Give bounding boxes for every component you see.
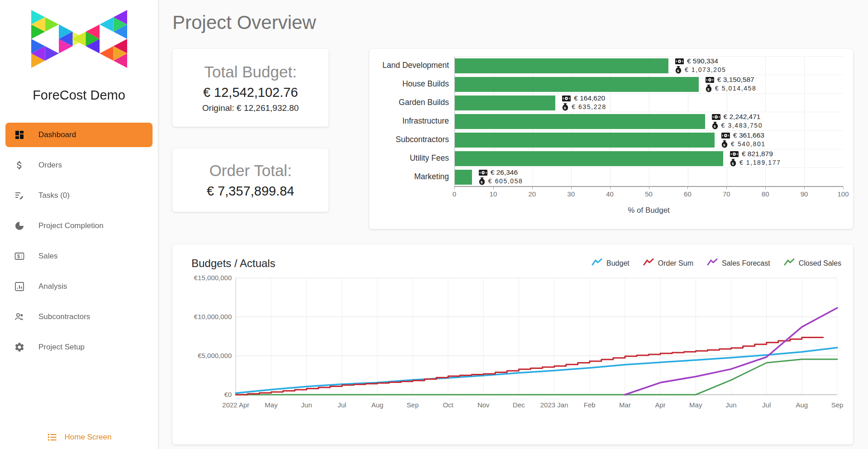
bar-value-text: € 540,801: [731, 140, 766, 148]
bar-value-text: € 590,334: [687, 57, 718, 65]
bar-category-label: Marketing: [377, 172, 454, 182]
banknote-icon: [721, 133, 730, 139]
sidebar-item-label: Sales: [38, 252, 58, 261]
sidebar-item-label: Tasks (0): [38, 191, 70, 200]
budget-line: [236, 348, 837, 393]
legend-item-order-sum[interactable]: Order Sum: [643, 258, 693, 268]
bar-row: Infrastructure€ 2,242,471$€ 3,483,750: [377, 112, 843, 130]
x-tick-label: Feb: [584, 401, 596, 409]
y-tick-label: €0: [224, 391, 232, 398]
moneybag-icon: $: [712, 122, 718, 129]
sidebar-item-label: Project Completion: [38, 221, 104, 230]
legend-item-sales-forecast[interactable]: Sales Forecast: [707, 258, 770, 268]
sidebar-item-label: Analysis: [38, 282, 67, 291]
tasks-list-edit-icon: [14, 190, 25, 201]
x-tick-label: Dec: [513, 401, 525, 409]
bar-category-label: Land Development: [377, 61, 454, 70]
legend-item-closed-sales[interactable]: Closed Sales: [784, 258, 841, 268]
bar-order-sum-value: € 361,663: [721, 131, 766, 139]
sidebar-item-dashboard[interactable]: Dashboard: [5, 123, 153, 147]
bar-value-labels: € 590,334$€ 1,073,205: [672, 57, 730, 75]
order-total-card: Order Total: € 7,357,899.84: [172, 148, 329, 212]
home-screen-link[interactable]: Home Screen: [0, 432, 158, 443]
svg-text:$: $: [17, 253, 20, 259]
sidebar-item-project-completion[interactable]: Project Completion: [5, 214, 153, 238]
x-axis-tick-mark: [493, 187, 494, 189]
bar-budget-value: $€ 1,189,177: [730, 158, 781, 167]
x-tick-label: May: [689, 401, 702, 409]
sidebar-item-analysis[interactable]: Analysis: [5, 274, 153, 299]
x-tick-label: Sep: [831, 401, 844, 409]
x-axis-tick-mark: [843, 187, 844, 189]
legend-label: Budget: [606, 259, 630, 267]
bar-budget-value: $€ 1,073,205: [675, 66, 726, 74]
line-chart-legend: BudgetOrder SumSales ForecastClosed Sale…: [591, 258, 841, 268]
bar-chart-icon: [14, 281, 25, 292]
bar-value-text: € 635,228: [572, 103, 606, 110]
sidebar-item-subcontractors[interactable]: Subcontractors: [5, 305, 153, 329]
x-tick-label: Jun: [725, 401, 736, 409]
x-axis-tick-label: 80: [762, 190, 769, 198]
sales-receipt-icon: $: [14, 251, 25, 262]
stat-cards-column: Total Budget: € 12,542,102.76 Original: …: [172, 49, 329, 212]
bar-budget-value: $€ 605,058: [479, 177, 523, 185]
bar-x-axis: 0102030405060708090100: [454, 186, 843, 201]
bar-row: Utility Fees€ 821,879$€ 1,189,177: [377, 149, 843, 167]
main-content: Project Overview Total Budget: € 12,542,…: [159, 0, 868, 444]
banknote-icon: [712, 114, 720, 120]
bar-budget-value: $€ 5,014,458: [706, 84, 757, 92]
bar-track: € 821,879$€ 1,189,177: [454, 149, 843, 167]
sidebar-item-orders[interactable]: Orders: [5, 153, 153, 177]
gear-icon: [14, 342, 25, 353]
x-axis-tick-mark: [726, 187, 727, 189]
x-axis-tick-label: 50: [645, 190, 653, 198]
x-tick-label: Jul: [338, 401, 346, 409]
total-budget-card: Total Budget: € 12,542,102.76 Original: …: [172, 49, 329, 127]
x-axis-tick-mark: [532, 187, 533, 189]
bar-order-sum-value: € 2,242,471: [712, 113, 763, 121]
bar-value-text: € 164,620: [574, 94, 605, 102]
bar-track: € 2,242,471$€ 3,483,750: [454, 112, 843, 130]
bar-garden-builds: [455, 96, 555, 110]
bar-value-labels: € 164,620$€ 635,228: [559, 94, 610, 112]
x-tick-label: Nov: [477, 401, 490, 409]
bar-budget-value: $€ 3,483,750: [712, 121, 763, 129]
svg-text:$: $: [564, 105, 567, 110]
x-axis-tick-mark: [649, 187, 649, 189]
x-axis-tick-mark: [687, 187, 688, 189]
bar-row: Subcontractors€ 361,663$€ 540,801: [377, 130, 843, 149]
bar-value-labels: € 26,346$€ 605,058: [476, 168, 526, 186]
banknote-icon: [706, 77, 714, 83]
x-axis-tick-mark: [454, 187, 455, 189]
svg-text:$: $: [481, 180, 483, 184]
dollar-icon: [14, 160, 25, 171]
sidebar-item-tasks-0[interactable]: Tasks (0): [5, 183, 153, 208]
legend-item-budget[interactable]: Budget: [591, 258, 630, 268]
banknote-icon: [730, 151, 739, 157]
x-axis-tick-mark: [804, 187, 805, 189]
bar-plot: Land Development€ 590,334$€ 1,073,205Hou…: [377, 56, 843, 186]
sidebar-item-sales[interactable]: $Sales: [5, 244, 153, 268]
x-tick-label: Mar: [619, 401, 631, 409]
bar-track: € 26,346$€ 605,058: [454, 167, 843, 186]
line-chart: 2022 AprMayJunJulAugSepOctNovDec2023 Jan…: [181, 272, 845, 422]
sidebar-item-project-setup[interactable]: Project Setup: [5, 335, 153, 359]
bar-x-axis-label: % of Budget: [454, 206, 843, 215]
bar-track: € 3,150,587$€ 5,014,458: [454, 75, 843, 93]
bar-category-label: Infrastructure: [377, 116, 454, 126]
moneybag-icon: $: [675, 66, 682, 74]
bar-infrastructure: [455, 114, 705, 129]
legend-order-sum-icon: [643, 258, 654, 268]
bar-category-label: Subcontractors: [377, 135, 454, 144]
banknote-icon: [479, 170, 487, 176]
legend-label: Order Sum: [658, 259, 693, 267]
x-axis-tick-mark: [571, 187, 572, 189]
sidebar-item-label: Orders: [38, 161, 62, 170]
x-tick-label: Jul: [762, 401, 771, 409]
bar-value-text: € 605,058: [488, 177, 523, 185]
budgets-actuals-title: Budgets / Actuals: [191, 257, 275, 270]
bar-category-label: Garden Builds: [377, 98, 454, 107]
x-tick-label: Aug: [371, 401, 383, 409]
x-axis-tick-label: 30: [567, 190, 575, 198]
x-axis-tick-label: 100: [837, 190, 849, 198]
